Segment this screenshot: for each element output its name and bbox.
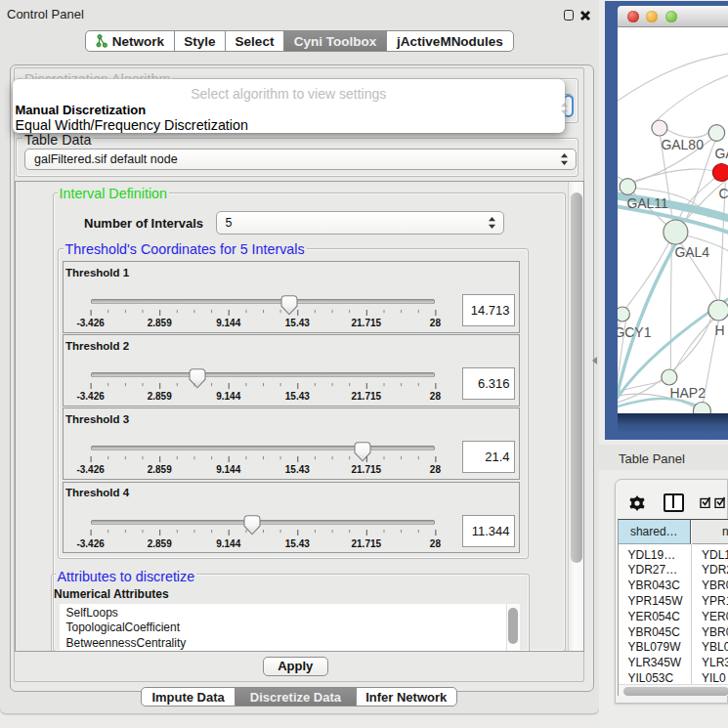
svg-text:GAL80: GAL80	[661, 136, 704, 151]
svg-text:C: C	[718, 186, 728, 201]
svg-text:GAL11: GAL11	[626, 195, 668, 211]
svg-text:GA: GA	[714, 145, 728, 160]
svg-text:GAL4: GAL4	[674, 244, 709, 260]
svg-text:H: H	[714, 322, 724, 338]
svg-text:GCY1: GCY1	[618, 324, 652, 340]
svg-text:HAP2: HAP2	[669, 385, 706, 401]
